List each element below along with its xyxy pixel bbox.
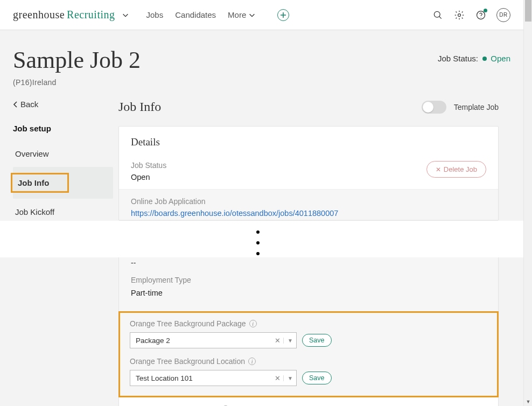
help-icon[interactable]	[475, 9, 487, 21]
sidebar-item-overview[interactable]: Overview	[13, 144, 113, 164]
content-break	[0, 221, 523, 257]
avatar[interactable]: DR	[496, 8, 510, 22]
job-status: Job Status: Open	[438, 46, 510, 63]
svg-point-2	[434, 11, 440, 17]
team-responsibilities-row: Team and Responsibilities i	[118, 397, 499, 406]
location-value: Test Location 101	[136, 374, 272, 382]
svg-point-4	[458, 13, 461, 16]
location-label: Orange Tree Background Location	[130, 357, 245, 366]
svg-point-5	[477, 11, 485, 19]
chevron-left-icon	[13, 101, 18, 108]
main-title: Job Info	[118, 100, 161, 114]
sidebar-item-job-info[interactable]: Job Info	[13, 167, 113, 199]
nav-candidates[interactable]: Candidates	[175, 10, 216, 19]
sidebar-item-job-info-label: Job Info	[11, 173, 69, 193]
chevron-down-icon[interactable]: ▼	[283, 338, 293, 344]
nav-links: Jobs Candidates More	[146, 10, 256, 19]
template-job-label: Template Job	[454, 103, 499, 111]
clear-icon[interactable]: ✕	[272, 337, 283, 345]
job-status-value: Open	[491, 54, 510, 63]
template-job-toggle[interactable]	[422, 101, 446, 114]
nav-icons: DR	[432, 8, 510, 22]
delete-job-button[interactable]: ✕ Delete Job	[426, 161, 486, 178]
info-icon[interactable]: i	[249, 320, 257, 327]
nav-jobs[interactable]: Jobs	[146, 10, 164, 19]
info-icon[interactable]: i	[248, 358, 256, 365]
job-status-label: Job Status:	[438, 54, 478, 63]
notification-dot	[484, 9, 487, 12]
search-icon[interactable]	[432, 9, 444, 21]
orange-tree-highlight: Orange Tree Background Package i Package…	[118, 311, 499, 397]
nav-more[interactable]: More	[228, 10, 256, 19]
scroll-thumb[interactable]	[525, 0, 531, 22]
package-value: Package 2	[136, 337, 272, 345]
brand-caret-icon[interactable]	[122, 11, 129, 19]
svg-point-6	[481, 17, 481, 17]
job-status-field-value: Open	[131, 173, 166, 181]
main-panel: Job Info Template Job Details	[113, 100, 523, 406]
job-status-field-label: Job Status	[131, 161, 166, 170]
clear-icon[interactable]: ✕	[272, 374, 283, 382]
gear-icon[interactable]	[453, 9, 465, 21]
employment-type-value: Part-time	[131, 289, 486, 297]
toggle-knob	[423, 102, 433, 113]
package-label: Orange Tree Background Package	[130, 319, 246, 328]
plus-icon	[280, 12, 286, 18]
add-button[interactable]	[277, 9, 289, 21]
dash-value: --	[131, 257, 486, 276]
online-app-label: Online Job Application	[131, 197, 486, 206]
brand-part1: greenhouse	[13, 9, 65, 21]
back-label: Back	[20, 100, 38, 109]
chevron-down-icon[interactable]: ▼	[283, 375, 293, 381]
svg-line-3	[439, 16, 442, 18]
x-icon: ✕	[436, 166, 441, 173]
brand[interactable]: greenhouse Recruiting	[13, 9, 115, 21]
details-card: Details Job Status Open ✕ Delete Job	[118, 126, 499, 221]
scroll-down-icon[interactable]: ▼	[524, 397, 532, 406]
location-select[interactable]: Test Location 101 ✕ ▼	[130, 370, 297, 386]
sidebar-section-title: Job setup	[13, 124, 113, 133]
delete-job-label: Delete Job	[444, 165, 477, 173]
details-title: Details	[119, 127, 498, 156]
save-location-button[interactable]: Save	[302, 372, 332, 384]
online-app-link[interactable]: https://boards.greenhouse.io/otessandbox…	[131, 209, 338, 218]
back-link[interactable]: Back	[13, 100, 113, 109]
brand-part2: Recruiting	[67, 9, 115, 21]
top-nav: greenhouse Recruiting Jobs Candidates Mo…	[0, 0, 523, 30]
status-dot-icon	[482, 57, 487, 61]
nav-more-label: More	[228, 10, 246, 19]
lower-section: -- Employment Type Part-time	[118, 257, 499, 311]
scrollbar[interactable]: ▲ ▼	[523, 0, 532, 406]
chevron-down-icon	[248, 11, 256, 19]
job-subtitle: (P16)Ireland	[0, 77, 523, 87]
page-title: Sample Job 2	[13, 46, 141, 74]
save-package-button[interactable]: Save	[302, 334, 332, 347]
package-select[interactable]: Package 2 ✕ ▼	[130, 332, 297, 348]
employment-type-label: Employment Type	[131, 276, 486, 284]
sidebar-item-job-kickoff[interactable]: Job Kickoff	[13, 202, 113, 222]
